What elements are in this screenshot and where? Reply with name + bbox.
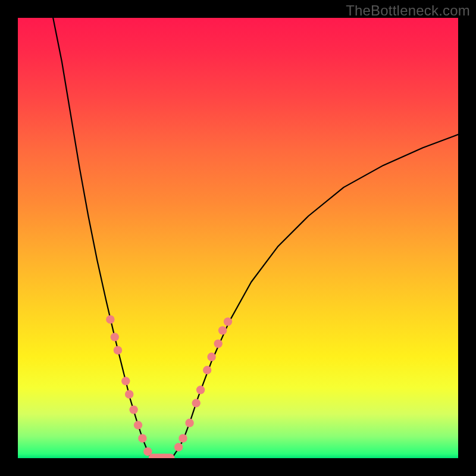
- data-dot: [174, 443, 183, 451]
- data-dot: [114, 346, 122, 355]
- data-dot: [207, 353, 215, 361]
- data-dot: [218, 326, 227, 334]
- curve-svg: [18, 18, 458, 458]
- data-dot: [106, 315, 114, 324]
- marker-group: [106, 315, 232, 458]
- data-dot: [111, 333, 119, 341]
- data-dot: [138, 434, 146, 443]
- bottleneck-curve: [53, 18, 458, 458]
- watermark-text: TheBottleneck.com: [346, 2, 470, 19]
- data-dot: [121, 377, 130, 385]
- curve-group: [53, 18, 458, 458]
- data-dot: [178, 434, 187, 443]
- chart-frame: TheBottleneck.com: [0, 0, 476, 476]
- data-dot: [125, 390, 133, 399]
- data-dot: [192, 399, 201, 407]
- data-dot: [134, 421, 142, 429]
- data-dot: [129, 405, 137, 414]
- data-dot: [196, 386, 205, 394]
- plot-area: [18, 18, 458, 458]
- data-dot: [185, 419, 193, 427]
- data-dot: [214, 339, 223, 347]
- data-dot: [224, 317, 232, 325]
- data-dot: [203, 366, 211, 374]
